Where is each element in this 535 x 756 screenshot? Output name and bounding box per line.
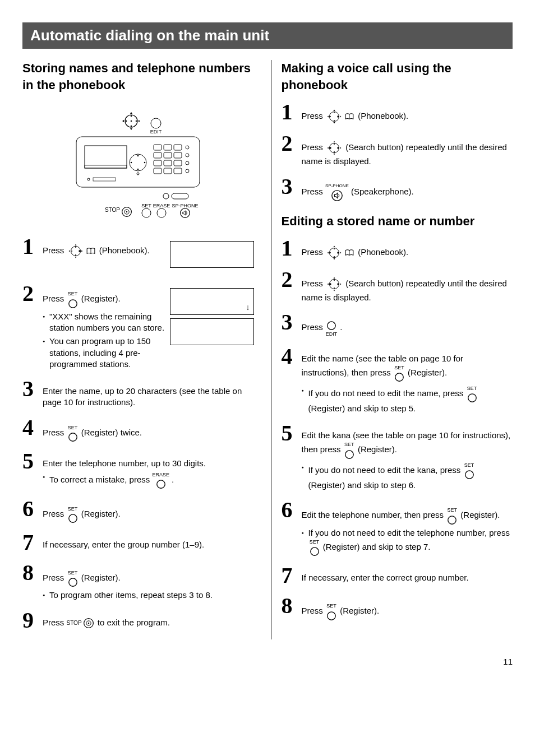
rightB-heading: Editing a stored name or number bbox=[282, 213, 513, 230]
rb-s6-note-a: If you do not need to edit the telephone… bbox=[308, 528, 510, 537]
device-illustration: EDIT ST bbox=[59, 101, 216, 224]
stop-button-icon bbox=[83, 618, 94, 629]
rb-step-6-num: 6 bbox=[282, 499, 299, 521]
rb-s6-note-b: (Register) and skip to step 7. bbox=[323, 542, 431, 551]
left-s5-text: Enter the telephone number, up to 30 dig… bbox=[43, 458, 254, 469]
set-label-4: SET bbox=[67, 424, 79, 431]
rb-s5-a: Edit the kana (see the table on page 10 … bbox=[302, 430, 511, 454]
edit-label-rb3: EDIT bbox=[325, 331, 338, 337]
speakerphone-button-icon bbox=[331, 189, 343, 202]
set-button-icon-8 bbox=[68, 577, 78, 587]
set-label-rb4: SET bbox=[393, 364, 405, 371]
left-step-6-num: 6 bbox=[22, 498, 40, 520]
set-button-icon-4 bbox=[68, 432, 78, 442]
rb-step-4-num: 4 bbox=[282, 345, 299, 368]
set-button-icon-rb4 bbox=[394, 372, 404, 382]
svg-rect-39 bbox=[164, 152, 172, 158]
set-button-icon-6 bbox=[68, 513, 78, 523]
ra-step-2-num: 2 bbox=[282, 132, 299, 155]
svg-text:STOP: STOP bbox=[105, 207, 120, 213]
svg-text:SP-PHONE: SP-PHONE bbox=[172, 203, 199, 208]
left-s2-after: (Register). bbox=[81, 294, 121, 304]
erase-label: ERASE bbox=[152, 471, 169, 478]
set-button-icon-rb8 bbox=[326, 611, 336, 621]
left-s1-press: Press bbox=[43, 245, 64, 255]
edit-button-icon bbox=[326, 321, 336, 331]
set-button-icon-rb6 bbox=[447, 515, 457, 525]
svg-rect-25 bbox=[85, 165, 127, 168]
phonebook-icon bbox=[86, 248, 96, 254]
left-step-2-num: 2 bbox=[22, 282, 40, 305]
set-label-rb4n: SET bbox=[466, 385, 478, 392]
left-step-3-num: 3 bbox=[22, 378, 40, 400]
page-number: 11 bbox=[22, 656, 513, 667]
left-step-4-num: 4 bbox=[22, 416, 40, 439]
rb-s3-after: . bbox=[340, 323, 342, 332]
svg-point-29 bbox=[137, 155, 139, 157]
left-s2-press: Press bbox=[43, 294, 64, 304]
svg-rect-48 bbox=[174, 168, 182, 174]
rb-s6-a: Edit the telephone number, then press bbox=[302, 511, 446, 520]
left-step-7-num: 7 bbox=[22, 531, 40, 554]
rb-s7-text: If necessary, enter the correct group nu… bbox=[302, 572, 513, 583]
svg-rect-36 bbox=[174, 145, 182, 150]
rb-s5-note-a: If you do not need to edit the kana, pre… bbox=[308, 465, 463, 475]
navpad-lr-icon-ra2 bbox=[326, 140, 342, 156]
spphone-label: SP-PHONE bbox=[325, 183, 349, 189]
set-label-6: SET bbox=[67, 505, 79, 512]
phonebook-icon-ra1 bbox=[344, 113, 354, 120]
rb-s4-note-a: If you do not need to edit the name, pre… bbox=[308, 388, 466, 398]
edit-label: EDIT bbox=[150, 129, 162, 134]
set-button-icon-rb5n bbox=[464, 470, 474, 480]
left-s6-after: (Register). bbox=[81, 509, 121, 518]
svg-rect-38 bbox=[154, 152, 162, 158]
ra-s3-press: Press bbox=[302, 187, 323, 196]
set-label-rb6: SET bbox=[446, 507, 458, 513]
set-label-rb6n: SET bbox=[308, 539, 321, 545]
rb-step-1-num: 1 bbox=[282, 237, 299, 259]
left-s8-after: (Register). bbox=[81, 573, 121, 582]
svg-point-33 bbox=[137, 173, 139, 175]
left-s2-note1: "XXX" shows the remaining station number… bbox=[43, 311, 254, 334]
rb-s1-after: (Phonebook). bbox=[358, 247, 408, 257]
set-button-icon-rb5 bbox=[344, 449, 354, 460]
svg-point-45 bbox=[186, 161, 189, 165]
navpad-right-icon-ra1 bbox=[326, 109, 342, 124]
rb-s8-after: (Register). bbox=[340, 606, 379, 616]
svg-rect-35 bbox=[164, 145, 172, 150]
left-s9-a: Press bbox=[43, 618, 67, 627]
left-s3-text: Enter the name, up to 20 characters (see… bbox=[43, 386, 254, 409]
navpad-right-icon bbox=[68, 243, 84, 259]
set-button-icon-rb6n bbox=[310, 546, 320, 556]
set-label-rb5: SET bbox=[343, 441, 356, 448]
rb-s5-note-b: (Register) and skip to step 6. bbox=[308, 480, 416, 490]
ra-s2-press: Press bbox=[302, 142, 323, 152]
right-column: Making a voice call using the phonebook … bbox=[271, 60, 513, 639]
svg-rect-47 bbox=[164, 168, 172, 174]
svg-point-31 bbox=[131, 162, 132, 164]
svg-rect-40 bbox=[174, 152, 182, 158]
left-s7-text: If necessary, enter the group number (1–… bbox=[43, 539, 254, 550]
svg-point-41 bbox=[186, 154, 189, 157]
display-box-1 bbox=[170, 241, 254, 268]
svg-point-37 bbox=[186, 146, 189, 149]
erase-button-icon bbox=[156, 479, 166, 489]
ra-step-1-num: 1 bbox=[282, 101, 299, 123]
svg-point-56 bbox=[157, 208, 166, 217]
rb-s4-b: (Register). bbox=[408, 368, 447, 377]
left-step-1-num: 1 bbox=[22, 235, 40, 258]
svg-rect-34 bbox=[154, 145, 162, 150]
left-s2-note2: You can program up to 150 stations, incl… bbox=[43, 336, 254, 370]
svg-point-50 bbox=[163, 193, 169, 199]
svg-rect-27 bbox=[93, 178, 116, 181]
set-button-icon bbox=[68, 299, 78, 309]
rb-s2-press: Press bbox=[302, 279, 323, 288]
svg-point-49 bbox=[186, 169, 189, 173]
set-label: SET bbox=[67, 290, 79, 297]
rb-s3-press: Press bbox=[302, 323, 323, 332]
left-step-5-num: 5 bbox=[22, 450, 40, 472]
svg-point-22 bbox=[151, 118, 161, 128]
set-button-icon-rb4n bbox=[467, 393, 477, 403]
set-label-rb8: SET bbox=[325, 602, 338, 609]
rightA-heading: Making a voice call using the phonebook bbox=[282, 60, 513, 93]
